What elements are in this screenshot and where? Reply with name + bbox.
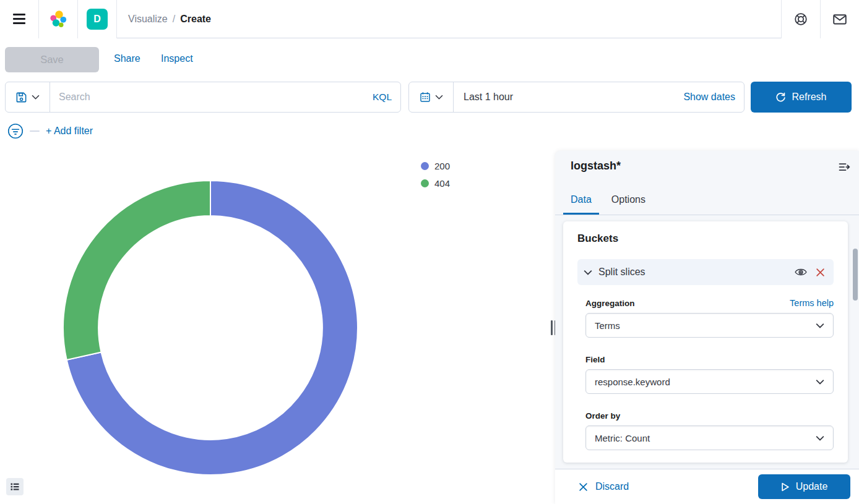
chevron-down-icon xyxy=(435,95,443,100)
saved-query-menu-button[interactable] xyxy=(6,82,50,112)
calendar-icon xyxy=(420,92,431,103)
aggregation-label: Aggregation xyxy=(585,299,635,308)
remove-bucket-button[interactable] xyxy=(814,267,826,278)
refresh-button[interactable]: Refresh xyxy=(751,82,852,113)
help-button[interactable] xyxy=(782,0,820,38)
breadcrumb-separator: / xyxy=(173,14,175,25)
visualization-editor-panel: logstash* Data Options Buckets Split sli… xyxy=(555,151,859,504)
search-input[interactable] xyxy=(50,92,373,103)
refresh-label: Refresh xyxy=(792,92,826,103)
field-value: response.keyword xyxy=(595,377,816,387)
filter-bar: + Add filter xyxy=(0,117,93,145)
date-quick-select-button[interactable] xyxy=(409,82,454,112)
collapse-panel-button[interactable] xyxy=(838,161,850,175)
aggregation-value: Terms xyxy=(595,320,816,331)
legend-label: 200 xyxy=(434,161,450,171)
breadcrumb-create: Create xyxy=(180,14,211,25)
legend-dot xyxy=(421,162,429,170)
buckets-title: Buckets xyxy=(577,231,834,246)
donut-slice-404[interactable] xyxy=(63,181,210,360)
buckets-card: Buckets Split slices xyxy=(563,221,848,463)
index-pattern-title: logstash* xyxy=(571,160,849,173)
play-icon xyxy=(781,482,790,492)
legend-toggle-button[interactable] xyxy=(6,478,24,495)
discard-button[interactable]: Discard xyxy=(579,481,629,492)
date-picker: Last 1 hour Show dates xyxy=(408,82,745,113)
query-bar: KQL Last 1 hour Show dates Refresh xyxy=(0,82,859,113)
legend-label: 404 xyxy=(434,178,450,189)
tab-options[interactable]: Options xyxy=(604,194,653,215)
terms-help-link[interactable]: Terms help xyxy=(790,298,834,308)
filter-icon[interactable] xyxy=(7,123,24,139)
update-button[interactable]: Update xyxy=(758,474,850,499)
breadcrumb-visualize[interactable]: Visualize xyxy=(128,14,168,25)
order-by-select[interactable]: Metric: Count xyxy=(585,425,834,450)
aggregation-select[interactable]: Terms xyxy=(585,313,834,338)
elastic-home-button[interactable] xyxy=(39,0,77,38)
chevron-down-icon xyxy=(816,379,824,385)
list-icon xyxy=(10,482,20,492)
inspect-button[interactable]: Inspect xyxy=(161,53,193,64)
chart-legend: 200404 xyxy=(421,161,450,189)
update-label: Update xyxy=(796,481,828,492)
legend-item-404[interactable]: 404 xyxy=(421,178,450,189)
close-icon xyxy=(816,268,825,277)
menu-button[interactable] xyxy=(0,0,38,38)
chrome-header: D Visualize / Create xyxy=(0,0,859,38)
search-bar: KQL xyxy=(5,82,401,113)
hamburger-icon xyxy=(13,14,25,24)
space-badge: D xyxy=(87,9,108,30)
save-button[interactable]: Save xyxy=(5,47,99,72)
eye-icon xyxy=(795,267,807,277)
chevron-down-icon xyxy=(32,95,40,100)
menu-right-icon xyxy=(838,161,850,173)
editor-footer: Discard Update xyxy=(555,469,859,504)
split-slices-row[interactable]: Split slices xyxy=(577,259,834,285)
panel-scrollbar[interactable] xyxy=(853,249,858,301)
add-filter-button[interactable]: + Add filter xyxy=(46,126,93,137)
close-icon xyxy=(579,482,588,492)
chevron-down-icon xyxy=(584,270,592,275)
elastic-logo-icon xyxy=(49,10,67,28)
filter-dash xyxy=(30,130,40,132)
chevron-down-icon xyxy=(816,323,824,328)
breadcrumb: Visualize / Create xyxy=(117,14,211,25)
share-button[interactable]: Share xyxy=(114,53,140,64)
chevron-down-icon xyxy=(816,435,824,441)
order-by-value: Metric: Count xyxy=(595,433,816,443)
editor-tabs: Data Options xyxy=(555,188,859,215)
show-dates-button[interactable]: Show dates xyxy=(683,92,744,103)
kql-language-button[interactable]: KQL xyxy=(373,92,400,103)
space-selector-button[interactable]: D xyxy=(78,0,116,38)
help-icon xyxy=(794,12,808,26)
tab-data[interactable]: Data xyxy=(563,194,599,215)
time-range-value[interactable]: Last 1 hour xyxy=(454,92,513,103)
toggle-visibility-button[interactable] xyxy=(793,266,808,278)
newsfeed-button[interactable] xyxy=(821,0,859,38)
order-by-label: Order by xyxy=(585,411,620,421)
refresh-icon xyxy=(775,92,786,103)
discard-label: Discard xyxy=(595,481,629,492)
field-label: Field xyxy=(585,355,605,364)
mail-icon xyxy=(832,12,847,27)
main-content: 200404 logstash* Data Options Buckets xyxy=(0,148,859,504)
legend-dot xyxy=(421,179,429,187)
save-icon xyxy=(15,92,27,103)
split-slices-label: Split slices xyxy=(598,267,787,278)
legend-item-200[interactable]: 200 xyxy=(421,161,450,171)
field-select[interactable]: response.keyword xyxy=(585,369,834,394)
donut-chart xyxy=(62,179,359,476)
